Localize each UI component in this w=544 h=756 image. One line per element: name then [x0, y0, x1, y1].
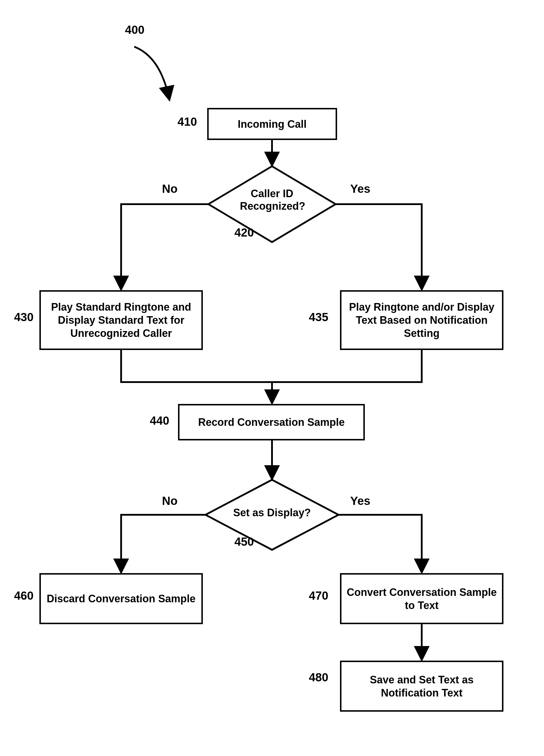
node-discard-conversation-sample: Discard Conversation Sample	[39, 573, 203, 624]
ref-420: 420	[225, 226, 254, 239]
ref-440: 440	[140, 414, 169, 427]
node-record-conversation-sample: Record Conversation Sample	[178, 404, 365, 440]
flowchart-canvas: { "refs": { "ref400": "400", "ref410": "…	[0, 0, 544, 756]
ref-480: 480	[299, 671, 328, 684]
ref-410: 410	[168, 115, 197, 128]
edge-420-no: No	[162, 182, 177, 195]
node-incoming-call: Incoming Call	[207, 108, 337, 140]
ref-450: 450	[225, 535, 254, 548]
edge-450-yes: Yes	[350, 494, 370, 507]
ref-435: 435	[299, 311, 328, 324]
ref-460: 460	[4, 589, 34, 602]
edge-420-yes: Yes	[350, 182, 370, 195]
node-play-standard-ringtone: Play Standard Ringtone and Display Stand…	[39, 290, 203, 350]
ref-470: 470	[299, 589, 328, 602]
ref-400: 400	[115, 23, 144, 36]
node-play-ringtone-notification: Play Ringtone and/or Display Text Based …	[340, 290, 503, 350]
node-save-text-as-notification: Save and Set Text as Notification Text	[340, 661, 503, 712]
ref-430: 430	[4, 311, 34, 324]
node-convert-conversation-to-text: Convert Conversation Sample to Text	[340, 573, 503, 624]
edge-450-no: No	[162, 494, 177, 507]
